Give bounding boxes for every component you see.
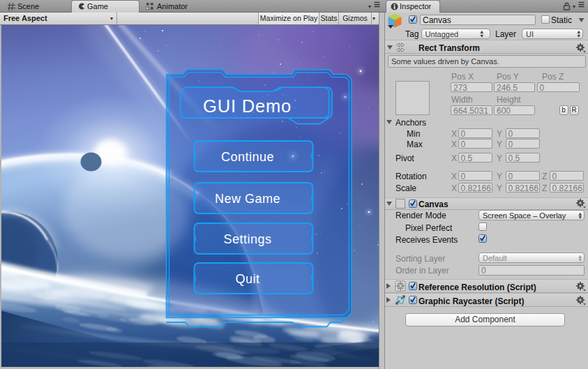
svg-text:New Game: New Game [215, 192, 280, 206]
svg-text:Continue: Continue [221, 150, 274, 164]
svg-text:GUI Demo: GUI Demo [203, 96, 292, 116]
svg-text:Quit: Quit [235, 272, 259, 286]
svg-text:Settings: Settings [223, 232, 271, 246]
